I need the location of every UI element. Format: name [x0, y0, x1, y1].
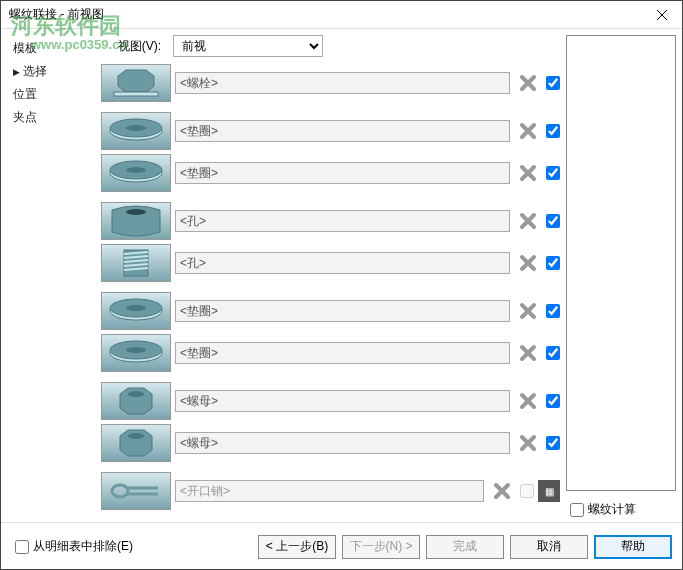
part-checkbox[interactable]	[546, 76, 560, 90]
x-icon	[519, 302, 537, 320]
delete-button[interactable]	[514, 339, 542, 367]
cancel-button[interactable]: 取消	[510, 535, 588, 559]
delete-button	[488, 477, 516, 505]
x-icon	[519, 344, 537, 362]
view-select[interactable]: 前视	[173, 35, 323, 57]
part-checkbox[interactable]	[546, 394, 560, 408]
main-area: 模板 选择 位置 夹点 视图(V): 前视	[1, 29, 682, 522]
calculator-button[interactable]: ▦	[538, 480, 560, 502]
part-input[interactable]	[175, 162, 510, 184]
thread-calc-label: 螺纹计算	[588, 501, 636, 518]
svg-rect-1	[114, 92, 158, 96]
content: 视图(V): 前视	[101, 29, 682, 522]
exclude-label: 从明细表中排除(E)	[33, 538, 133, 555]
thread-calc-row[interactable]: 螺纹计算	[566, 497, 676, 522]
washer-thumb[interactable]	[101, 154, 171, 192]
part-row	[101, 333, 560, 373]
svg-point-12	[126, 305, 146, 311]
title-bar: 螺纹联接 - 前视图	[1, 1, 682, 29]
x-icon	[519, 254, 537, 272]
delete-button[interactable]	[514, 297, 542, 325]
svg-point-7	[126, 167, 146, 173]
svg-point-4	[126, 125, 146, 131]
x-icon	[519, 74, 537, 92]
part-input[interactable]	[175, 72, 510, 94]
next-button[interactable]: 下一步(N) >	[342, 535, 420, 559]
part-input[interactable]	[175, 210, 510, 232]
exclude-row[interactable]: 从明细表中排除(E)	[11, 538, 133, 555]
part-checkbox[interactable]	[546, 214, 560, 228]
x-icon	[519, 212, 537, 230]
part-row	[101, 201, 560, 241]
washer-thumb[interactable]	[101, 112, 171, 150]
exclude-checkbox[interactable]	[15, 540, 29, 554]
part-row	[101, 153, 560, 193]
sidebar-item-template[interactable]: 模板	[13, 37, 101, 60]
part-row	[101, 111, 560, 151]
delete-button[interactable]	[514, 387, 542, 415]
delete-button[interactable]	[514, 249, 542, 277]
part-input[interactable]	[175, 342, 510, 364]
back-button[interactable]: < 上一步(B)	[258, 535, 336, 559]
part-row	[101, 63, 560, 103]
view-label: 视图(V):	[101, 38, 161, 55]
delete-button[interactable]	[514, 69, 542, 97]
part-checkbox[interactable]	[546, 256, 560, 270]
x-icon	[493, 482, 511, 500]
sidebar-item-select[interactable]: 选择	[13, 60, 101, 83]
close-button[interactable]	[642, 2, 682, 28]
part-input[interactable]	[175, 432, 510, 454]
x-icon	[519, 434, 537, 452]
close-icon	[657, 10, 667, 20]
part-input[interactable]	[175, 390, 510, 412]
delete-button[interactable]	[514, 429, 542, 457]
part-checkbox[interactable]	[546, 304, 560, 318]
part-row	[101, 243, 560, 283]
view-row: 视图(V): 前视	[101, 35, 560, 57]
part-checkbox[interactable]	[520, 484, 534, 498]
part-input[interactable]	[175, 300, 510, 322]
washer-thumb[interactable]	[101, 334, 171, 372]
part-checkbox[interactable]	[546, 166, 560, 180]
footer: 从明细表中排除(E) < 上一步(B) 下一步(N) > 完成 取消 帮助	[1, 522, 682, 570]
nut-thumb[interactable]	[101, 424, 171, 462]
part-row	[101, 423, 560, 463]
delete-button[interactable]	[514, 207, 542, 235]
svg-point-20	[112, 485, 128, 497]
help-button[interactable]: 帮助	[594, 535, 672, 559]
hole-thumb[interactable]	[101, 202, 171, 240]
part-checkbox[interactable]	[546, 124, 560, 138]
part-row: ▦	[101, 471, 560, 511]
x-icon	[519, 122, 537, 140]
sidebar-item-grip[interactable]: 夹点	[13, 106, 101, 129]
calculator-icon: ▦	[545, 486, 554, 497]
finish-button[interactable]: 完成	[426, 535, 504, 559]
nut-thumb[interactable]	[101, 382, 171, 420]
sidebar-item-position[interactable]: 位置	[13, 83, 101, 106]
part-input[interactable]	[175, 120, 510, 142]
preview-box	[566, 35, 676, 491]
part-checkbox[interactable]	[546, 436, 560, 450]
pin-thumb[interactable]	[101, 472, 171, 510]
parts-column: 视图(V): 前视	[101, 35, 560, 522]
washer-thumb[interactable]	[101, 292, 171, 330]
svg-point-8	[126, 209, 146, 215]
right-column: 螺纹计算	[566, 35, 676, 522]
svg-marker-0	[118, 70, 154, 92]
svg-point-19	[128, 433, 144, 439]
delete-button[interactable]	[514, 159, 542, 187]
x-icon	[519, 392, 537, 410]
sidebar: 模板 选择 位置 夹点	[1, 29, 101, 522]
svg-point-17	[128, 391, 144, 397]
part-row	[101, 291, 560, 331]
thread-calc-checkbox[interactable]	[570, 503, 584, 517]
delete-button[interactable]	[514, 117, 542, 145]
part-row	[101, 381, 560, 421]
window-title: 螺纹联接 - 前视图	[9, 6, 104, 23]
part-input[interactable]	[175, 480, 484, 502]
part-checkbox[interactable]	[546, 346, 560, 360]
thread-thumb[interactable]	[101, 244, 171, 282]
part-input[interactable]	[175, 252, 510, 274]
bolt-thumb[interactable]	[101, 64, 171, 102]
x-icon	[519, 164, 537, 182]
